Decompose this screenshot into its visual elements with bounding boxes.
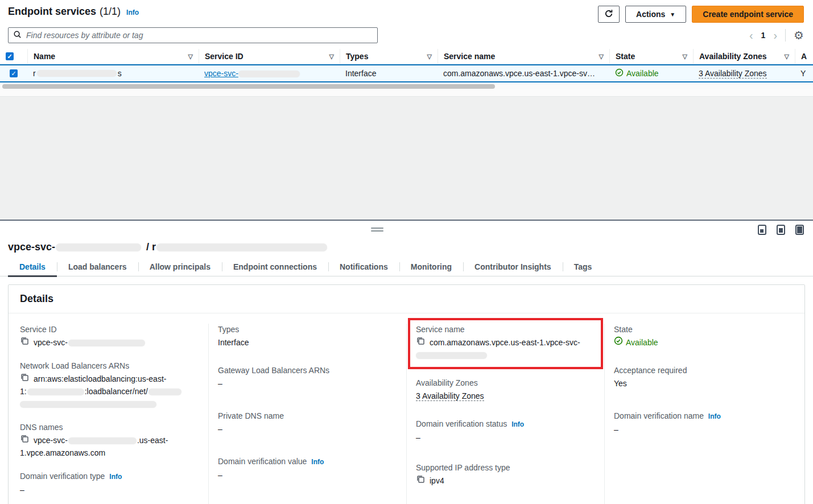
- tab-endpoint-connections[interactable]: Endpoint connections: [222, 258, 328, 276]
- prev-page-arrow[interactable]: ‹: [749, 30, 753, 41]
- details-column-2: Types Interface Gateway Load Balancers A…: [208, 324, 406, 504]
- pager-divider: [785, 29, 786, 42]
- service-id-link[interactable]: vpce-svc-: [204, 69, 300, 78]
- availability-zones-link[interactable]: 3 Availability Zones: [416, 391, 484, 401]
- copy-icon[interactable]: [20, 373, 29, 385]
- highlight-red-box: Service name com.amazonaws.vpce.us-east-…: [408, 318, 603, 369]
- info-link[interactable]: Info: [311, 458, 324, 466]
- status-available-icon: [615, 68, 624, 79]
- gear-icon[interactable]: ⚙: [794, 30, 804, 41]
- column-header-service-id[interactable]: Service ID ▽: [199, 49, 340, 64]
- service-name-value-prefix: com.amazonaws.vpce.us-east-1.vpce-svc-: [430, 336, 580, 349]
- field-domain-verification-name: Domain verification name Info –: [614, 410, 793, 436]
- availability-zones-link[interactable]: 3 Availability Zones: [699, 69, 767, 79]
- field-label: Availability Zones: [416, 377, 595, 389]
- redacted-text: [238, 71, 300, 77]
- field-label: Domain verification value: [218, 457, 307, 466]
- details-column-3: Service name com.amazonaws.vpce.us-east-…: [406, 324, 604, 504]
- info-link[interactable]: Info: [511, 420, 524, 428]
- tab-allow-principals[interactable]: Allow principals: [138, 258, 222, 276]
- service-name-value: com.amazonaws.vpce.us-east-1.vpce-sv…: [443, 69, 595, 78]
- tab-monitoring[interactable]: Monitoring: [399, 258, 463, 276]
- split-panel-drag-handle[interactable]: [371, 228, 383, 233]
- panel-title-prefix: vpce-svc-: [8, 241, 55, 253]
- tab-contributor-insights[interactable]: Contributor Insights: [463, 258, 563, 276]
- scrollbar-thumb[interactable]: [2, 84, 495, 89]
- redacted-text: [27, 389, 84, 395]
- nlb-arn-line1: arn:aws:elasticloadbalancing:us-east-: [34, 373, 166, 385]
- service-id-prefix: vpce-svc-: [204, 69, 238, 78]
- sort-icon[interactable]: ▽: [599, 53, 604, 60]
- copy-icon[interactable]: [20, 434, 29, 447]
- check-icon: ✓: [7, 53, 12, 60]
- chevron-down-icon: ▼: [670, 11, 675, 18]
- field-private-dns: Private DNS name –: [218, 410, 397, 435]
- next-page-arrow[interactable]: ›: [773, 30, 777, 41]
- field-label: Domain verification type: [20, 472, 105, 481]
- refresh-button[interactable]: [598, 6, 620, 23]
- types-value: Interface: [345, 69, 376, 78]
- field-dns-names: DNS names vpce-svc-.us-east- 1.vpce.amaz…: [20, 422, 199, 459]
- dns-value-mid: .us-east-: [137, 436, 168, 445]
- sort-icon[interactable]: ▽: [683, 53, 687, 60]
- cell-state: Available: [609, 65, 693, 81]
- copy-icon[interactable]: [416, 336, 425, 349]
- page-number[interactable]: 1: [761, 31, 766, 40]
- column-label: A: [801, 52, 807, 61]
- row-checkbox[interactable]: ✓: [10, 69, 18, 77]
- search-box[interactable]: [8, 27, 378, 43]
- column-header-acceptance[interactable]: A: [795, 49, 813, 64]
- title-info-link[interactable]: Info: [126, 9, 139, 16]
- split-panel: vpce-svc- / r Details Load balancers All…: [0, 221, 813, 504]
- field-domain-verification-status: Domain verification status Info –: [416, 418, 595, 444]
- state-value: Available: [626, 336, 658, 349]
- create-endpoint-service-button[interactable]: Create endpoint service: [692, 6, 804, 23]
- service-id-value-prefix: vpce-svc-: [34, 338, 68, 347]
- horizontal-scrollbar[interactable]: [0, 84, 813, 89]
- sort-icon[interactable]: ▽: [427, 53, 432, 60]
- column-label: Name: [34, 52, 55, 61]
- search-input[interactable]: [26, 31, 373, 40]
- copy-icon[interactable]: [20, 336, 29, 349]
- table-row[interactable]: ✓ r s vpce-svc- Interface com.amazonaws.…: [0, 64, 813, 82]
- tab-load-balancers[interactable]: Load balancers: [57, 258, 138, 276]
- details-column-4: State Available Acceptance required Yes: [604, 324, 802, 504]
- select-all-checkbox[interactable]: ✓: [6, 52, 14, 60]
- panel-size-medium-icon[interactable]: [777, 225, 785, 235]
- sort-icon[interactable]: ▽: [188, 53, 193, 60]
- tab-details[interactable]: Details: [8, 258, 57, 276]
- field-label: Types: [218, 324, 397, 335]
- field-nlb-arns: Network Load Balancers ARNs arn:aws:elas…: [20, 360, 199, 410]
- column-label: Service ID: [205, 52, 244, 61]
- cell-availability-zones: 3 Availability Zones: [693, 65, 795, 81]
- panel-size-full-icon[interactable]: [795, 225, 804, 235]
- panel-size-small-icon[interactable]: [758, 225, 766, 235]
- field-acceptance-required: Acceptance required Yes: [614, 365, 793, 390]
- info-link[interactable]: Info: [109, 473, 122, 481]
- actions-button[interactable]: Actions ▼: [625, 6, 686, 23]
- column-header-service-name[interactable]: Service name ▽: [438, 49, 609, 64]
- details-card: Details Service ID vpce-svc- Network: [8, 284, 805, 504]
- resource-count: (1/1): [100, 6, 121, 18]
- tab-tags[interactable]: Tags: [563, 258, 604, 276]
- column-header-types[interactable]: Types ▽: [340, 49, 438, 64]
- name-suffix: s: [118, 69, 122, 78]
- copy-icon[interactable]: [416, 474, 425, 487]
- cell-acceptance: Y: [795, 65, 813, 81]
- sort-icon[interactable]: ▽: [329, 53, 334, 60]
- column-header-name[interactable]: Name ▽: [27, 49, 199, 64]
- info-link[interactable]: Info: [708, 412, 721, 420]
- page-title: Endpoint services: [8, 6, 96, 18]
- nlb-arn-line2-prefix: 1:: [20, 387, 27, 396]
- cell-service-id: vpce-svc-: [199, 65, 340, 81]
- column-label: Availability Zones: [699, 52, 767, 61]
- field-types: Types Interface: [218, 324, 397, 349]
- sort-icon[interactable]: ▽: [785, 53, 789, 60]
- tab-notifications[interactable]: Notifications: [328, 258, 399, 276]
- column-header-state[interactable]: State ▽: [609, 49, 693, 64]
- nlb-arn-line2-mid: :loadbalancer/net/: [85, 387, 148, 396]
- details-card-title: Details: [9, 285, 804, 313]
- field-value: –: [20, 484, 199, 496]
- column-header-availability-zones[interactable]: Availability Zones ▽: [693, 49, 795, 64]
- redacted-text: [68, 340, 145, 346]
